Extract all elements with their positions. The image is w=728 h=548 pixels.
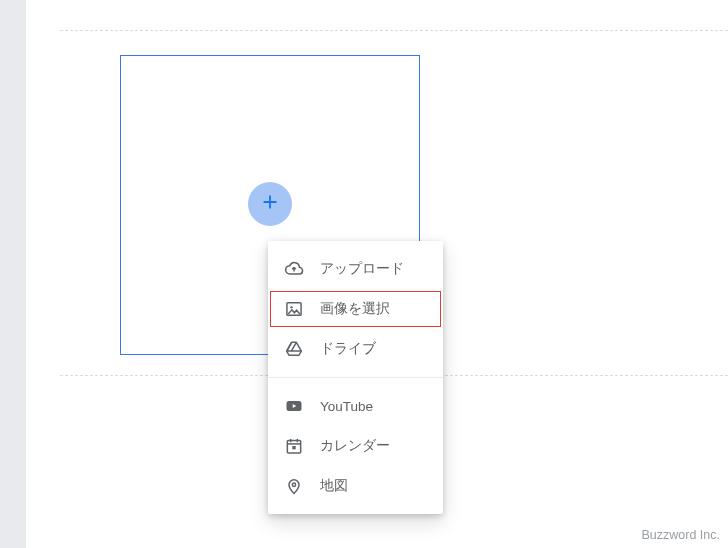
menu-item-select-image[interactable]: 画像を選択 [268,289,443,329]
menu-item-label: 画像を選択 [320,300,427,318]
menu-item-label: アップロード [320,260,427,278]
menu-item-label: YouTube [320,399,427,414]
menu-item-drive[interactable]: ドライブ [268,329,443,369]
svg-point-1 [290,306,292,308]
menu-item-youtube[interactable]: YouTube [268,386,443,426]
add-button[interactable] [248,182,292,226]
menu-item-calendar[interactable]: カレンダー [268,426,443,466]
menu-item-label: 地図 [320,477,427,495]
insert-menu: アップロード 画像を選択 ドライブ YouTube [268,241,443,514]
svg-rect-4 [292,446,295,449]
drive-icon [284,339,304,359]
plus-icon [259,191,281,217]
footer-credit: Buzzword Inc. [641,528,720,542]
menu-item-upload[interactable]: アップロード [268,249,443,289]
menu-item-label: ドライブ [320,340,427,358]
map-pin-icon [284,476,304,496]
youtube-icon [284,396,304,416]
svg-point-5 [292,483,295,486]
menu-divider [268,377,443,378]
menu-item-label: カレンダー [320,437,427,455]
calendar-icon [284,436,304,456]
divider [60,30,728,31]
image-icon [284,299,304,319]
left-rail [0,0,26,548]
menu-item-map[interactable]: 地図 [268,466,443,506]
cloud-upload-icon [284,259,304,279]
